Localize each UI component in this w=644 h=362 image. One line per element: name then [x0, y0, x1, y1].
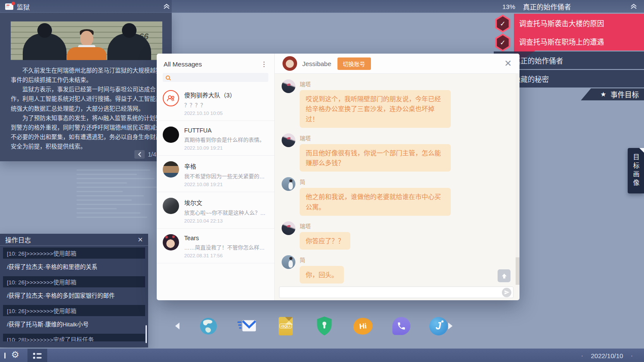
switch-account-button[interactable]: 切换账号	[337, 57, 371, 70]
search-box[interactable]	[163, 73, 268, 82]
conversation-item[interactable]: 辛格 我不希望你因为一些无关紧要的事… 2022.10.08 19:21	[157, 156, 274, 192]
collapse-news-icon[interactable]	[163, 3, 170, 11]
taskbar: ⚙ · 2022/10/10 ·	[0, 348, 644, 362]
prev-page-button[interactable]	[134, 150, 145, 159]
chat-message: 简 你，回头。	[282, 255, 515, 284]
close-icon[interactable]: ✕	[504, 58, 512, 69]
system-date: 2022/10/10	[591, 352, 623, 359]
news-paragraph: 不久前发生在阿瑞德州北部的圣马汀监狱的大规模越狱事件的后续抓捕工作仍未结束。	[11, 66, 164, 85]
contact-name: Tears	[184, 235, 267, 241]
sender-name: 瑞塔	[300, 80, 451, 88]
close-icon[interactable]: ✕	[137, 236, 143, 243]
news-article: 不久前发生在阿瑞德州北部的圣马汀监狱的大规模越狱事件的后续抓捕工作仍未结束。 监…	[11, 66, 164, 151]
conversation-item[interactable]: FUTTFUA 真期待看到你会是什么样的表情。 2022.10.09 19:21	[157, 121, 274, 156]
chat-header: Jessibabe 切换账号 ✕	[275, 54, 519, 74]
contact-avatar	[163, 198, 179, 214]
check-icon: ✓	[496, 35, 509, 50]
dock-left-arrow[interactable]	[175, 323, 179, 329]
message-time: 2022.10.09 19:21	[184, 145, 267, 151]
hitalk-app-icon[interactable]: Hi	[353, 316, 373, 336]
hook-app-icon[interactable]: J	[428, 316, 448, 336]
message-bubble: 你答应了？？	[300, 232, 350, 250]
gear-icon[interactable]: ⚙	[11, 350, 19, 360]
objective-item: 调查托马斯在职场上的遭遇	[514, 32, 644, 51]
chat-history: 瑞塔 哎说到这个，我听隔壁部门的朋友说，今年已经给辛格办公室换了三套沙发，连办公…	[275, 74, 515, 285]
contact-name: 埃尔文	[184, 198, 267, 207]
scroll-to-top-button[interactable]	[498, 269, 510, 282]
account-avatar	[283, 56, 297, 71]
contact-name: 傻狗驯养大队（3）	[184, 90, 267, 99]
taskbar-divider	[4, 353, 6, 359]
message-input[interactable]	[283, 289, 502, 296]
police-officer-left	[23, 33, 67, 60]
chat-message: 简 他之前和我说，谁做他的老婆就给谁在市中心买公寓。	[282, 177, 515, 216]
send-icon[interactable]	[502, 288, 511, 297]
operation-log-panel: 操作日志 ✕ [10: 26]>>>>>>>>使用邮箱 /获得了拉杰夫·辛格的和…	[0, 234, 148, 347]
log-result: /获得了托马斯·康维的Hitalk小号	[3, 316, 145, 328]
objective-progress: 13%	[502, 0, 515, 13]
log-timestamp: [10: 26]>>>>>>>>使用邮箱	[3, 276, 145, 287]
news-panel: 66 不久前发生在阿瑞德州北部的圣马汀监狱的大规模越狱事件的后续抓捕工作仍未结束…	[0, 13, 172, 161]
log-timestamp: [10: 28]>>>>>>>>完成了目标任务	[3, 334, 145, 341]
mail-app-icon[interactable]	[237, 316, 257, 336]
message-time: 2022.10.04 22:13	[184, 218, 267, 223]
chat-scrollbar[interactable]	[516, 74, 519, 285]
task-list-button[interactable]	[27, 349, 47, 362]
sender-name: 简	[300, 178, 451, 186]
group-avatar	[163, 90, 179, 106]
message-bubble: 他之前和我说，谁做他的老婆就给谁在市中心买公寓。	[300, 188, 451, 216]
contact-avatar	[163, 161, 179, 178]
news-window-title: 监狱	[17, 2, 30, 11]
log-title: 操作日志	[5, 235, 31, 244]
sql-tool-app-icon[interactable]: <SQL>	[276, 316, 295, 336]
message-bubble: 你，回头。	[300, 266, 344, 284]
target-portrait-tab[interactable]: 目标画像	[628, 148, 644, 193]
log-scrollbar[interactable]	[146, 325, 147, 343]
message-preview: 我不希望你因为一些无关紧要的事…	[184, 172, 267, 180]
chat-pane: Jessibabe 切换账号 ✕ 瑞塔 哎说到这个，我听隔壁部门的朋友说，今年已…	[275, 54, 519, 300]
chat-scrollbar-thumb[interactable]	[516, 257, 519, 285]
search-icon	[166, 75, 170, 80]
conversation-item[interactable]: Tears ……简直没救了！不管你怎么样，… 2022.08.31 17:56	[157, 229, 274, 263]
log-timestamp: [10: 26]>>>>>>>>使用邮箱	[3, 305, 145, 316]
contact-avatar	[163, 234, 179, 250]
conversation-item[interactable]: 埃尔文 放宽心啦~~你不就是这种人么？为… 2022.10.04 22:13	[157, 192, 274, 229]
message-bubble: 哎说到这个，我听隔壁部门的朋友说，今年已经给辛格办公室换了三套沙发，连办公桌也坏…	[300, 90, 451, 128]
news-app-icon	[5, 3, 13, 10]
account-name: Jessibabe	[302, 60, 331, 67]
news-window-titlebar: 监狱	[5, 0, 30, 13]
news-paragraph: 为了预防未知事态的发生，将AI融入监管系统的计划受到警方的格外重视，同时警方还呼…	[11, 114, 164, 152]
log-result: /获得了拉杰夫·辛格的多封国家银行的邮件	[3, 287, 145, 299]
log-timestamp: [10: 26]>>>>>>>>使用邮箱	[3, 247, 145, 259]
sender-avatar	[282, 221, 295, 235]
date-dot: ·	[581, 352, 583, 359]
app-dock: <SQL> Hi J	[175, 313, 471, 339]
top-bar: 监狱 13% 真正的始作俑者	[0, 0, 644, 13]
search-input[interactable]	[173, 75, 265, 81]
collapse-objectives-icon[interactable]	[630, 3, 637, 11]
more-menu-icon[interactable]: ⋮	[261, 60, 267, 68]
message-time: 2022.10.10 10:05	[184, 111, 267, 116]
message-time: 2022.08.31 17:56	[184, 253, 267, 258]
completed-objectives-banner: 调查托马斯袭击大楼的原因 调查托马斯在职场上的遭遇	[514, 14, 644, 51]
sender-avatar	[282, 133, 295, 147]
message-preview: ？？？？	[184, 101, 267, 109]
phone-app-icon[interactable]	[392, 316, 411, 336]
dock-right-arrow[interactable]	[448, 323, 453, 329]
news-pager: 1/4	[134, 150, 156, 159]
news-paragraph: 监狱方表示，事发后已经第一时间与泰坦公司达成合作，利用人工智能系统对犯人进行搜捕…	[11, 85, 164, 113]
sender-avatar	[282, 255, 295, 269]
message-input-bar	[279, 287, 513, 298]
list-title: All Messages	[164, 60, 202, 68]
completed-objective-badge: ✓	[495, 33, 511, 51]
conversation-item-group[interactable]: 傻狗驯养大队（3） ？？？？ 2022.10.10 10:05	[157, 84, 274, 121]
list-header: All Messages ⋮	[157, 54, 274, 72]
event-objectives-label: ★ 事件目标	[581, 88, 644, 100]
mugshot-photo: 66	[11, 21, 162, 60]
check-icon: ✓	[496, 16, 509, 31]
clock-area: · 2022/10/10 ·	[581, 349, 633, 362]
date-dot: ·	[631, 352, 633, 359]
security-shield-app-icon[interactable]	[314, 316, 334, 336]
browser-app-icon[interactable]	[198, 316, 218, 336]
game-desktop: 监狱 13% 真正的始作俑者 66 不久前发生在阿瑞德州北部的圣马汀监狱的大规模…	[0, 0, 644, 362]
